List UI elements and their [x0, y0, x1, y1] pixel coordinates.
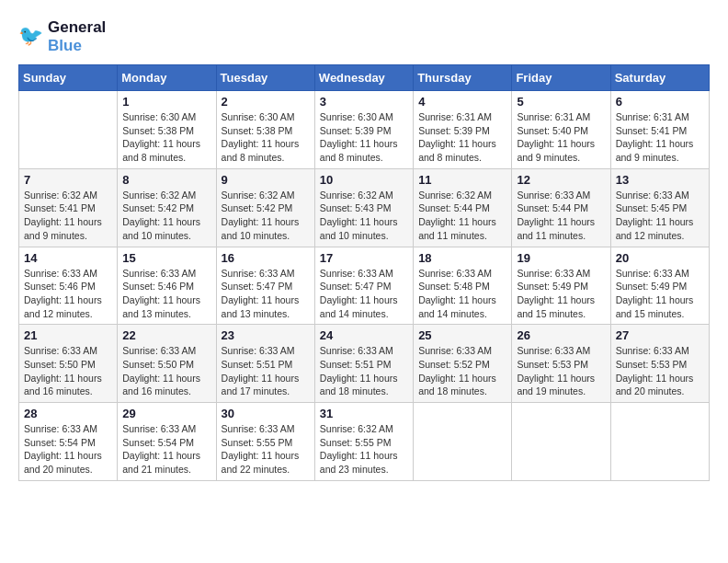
calendar-day-cell: 29 Sunrise: 6:33 AM Sunset: 5:54 PM Dayl… [118, 403, 216, 481]
day-info: Sunrise: 6:33 AM Sunset: 5:46 PM Dayligh… [122, 267, 210, 321]
day-number: 25 [418, 328, 506, 342]
weekday-header: Wednesday [314, 65, 413, 91]
day-info: Sunrise: 6:32 AM Sunset: 5:55 PM Dayligh… [320, 422, 408, 477]
sunrise-text: Sunrise: 6:33 AM [222, 344, 310, 358]
sunrise-text: Sunrise: 6:32 AM [418, 189, 506, 202]
sunset-text: Sunset: 5:54 PM [122, 436, 210, 450]
day-number: 18 [418, 251, 506, 265]
weekday-header: Sunday [19, 65, 118, 91]
sunset-text: Sunset: 5:53 PM [517, 358, 605, 372]
sunset-text: Sunset: 5:40 PM [517, 124, 605, 138]
sunrise-text: Sunrise: 6:30 AM [320, 110, 408, 124]
calendar-week-row: 1 Sunrise: 6:30 AM Sunset: 5:38 PM Dayli… [19, 91, 710, 169]
day-number: 23 [222, 328, 310, 342]
calendar-day-cell: 27 Sunrise: 6:33 AM Sunset: 5:53 PM Dayl… [610, 325, 709, 403]
weekday-header: Friday [512, 65, 610, 91]
day-number: 20 [616, 251, 704, 265]
day-info: Sunrise: 6:32 AM Sunset: 5:42 PM Dayligh… [122, 189, 210, 243]
day-info: Sunrise: 6:33 AM Sunset: 5:51 PM Dayligh… [222, 344, 310, 398]
day-info: Sunrise: 6:31 AM Sunset: 5:39 PM Dayligh… [418, 110, 506, 165]
weekday-header: Thursday [414, 65, 512, 91]
calendar-day-cell: 26 Sunrise: 6:33 AM Sunset: 5:53 PM Dayl… [512, 325, 610, 403]
sunrise-text: Sunrise: 6:31 AM [616, 110, 704, 124]
weekday-header: Monday [118, 65, 216, 91]
day-number: 6 [616, 95, 704, 109]
calendar-day-cell: 11 Sunrise: 6:32 AM Sunset: 5:44 PM Dayl… [414, 168, 512, 247]
sunrise-text: Sunrise: 6:32 AM [24, 189, 112, 202]
daylight-text: Daylight: 11 hours and 9 minutes. [24, 215, 112, 242]
sunrise-text: Sunrise: 6:33 AM [122, 344, 210, 358]
calendar-table: SundayMondayTuesdayWednesdayThursdayFrid… [18, 64, 710, 481]
day-info: Sunrise: 6:33 AM Sunset: 5:53 PM Dayligh… [616, 344, 704, 398]
daylight-text: Daylight: 11 hours and 14 minutes. [418, 293, 506, 320]
day-info: Sunrise: 6:30 AM Sunset: 5:38 PM Dayligh… [122, 110, 210, 165]
calendar-week-row: 7 Sunrise: 6:32 AM Sunset: 5:41 PM Dayli… [19, 168, 710, 247]
calendar-week-row: 21 Sunrise: 6:33 AM Sunset: 5:50 PM Dayl… [19, 325, 710, 403]
calendar-day-cell: 17 Sunrise: 6:33 AM Sunset: 5:47 PM Dayl… [314, 247, 413, 325]
day-info: Sunrise: 6:33 AM Sunset: 5:54 PM Dayligh… [24, 422, 112, 477]
calendar-day-cell: 20 Sunrise: 6:33 AM Sunset: 5:49 PM Dayl… [610, 247, 709, 325]
day-info: Sunrise: 6:33 AM Sunset: 5:50 PM Dayligh… [24, 344, 112, 398]
calendar-day-cell: 5 Sunrise: 6:31 AM Sunset: 5:40 PM Dayli… [512, 91, 610, 169]
sunrise-text: Sunrise: 6:33 AM [222, 422, 310, 436]
sunset-text: Sunset: 5:46 PM [24, 280, 112, 293]
day-number: 1 [122, 95, 210, 109]
sunrise-text: Sunrise: 6:33 AM [616, 267, 704, 281]
daylight-text: Daylight: 11 hours and 18 minutes. [418, 372, 506, 398]
calendar-day-cell: 14 Sunrise: 6:33 AM Sunset: 5:46 PM Dayl… [19, 247, 118, 325]
day-number: 19 [517, 251, 605, 265]
sunrise-text: Sunrise: 6:33 AM [24, 344, 112, 358]
day-number: 21 [24, 328, 112, 342]
sunrise-text: Sunrise: 6:33 AM [418, 344, 506, 358]
day-info: Sunrise: 6:32 AM Sunset: 5:41 PM Dayligh… [24, 189, 112, 243]
day-info: Sunrise: 6:33 AM Sunset: 5:49 PM Dayligh… [616, 267, 704, 321]
sunrise-text: Sunrise: 6:33 AM [616, 344, 704, 358]
sunrise-text: Sunrise: 6:32 AM [122, 189, 210, 202]
sunset-text: Sunset: 5:46 PM [122, 280, 210, 293]
daylight-text: Daylight: 11 hours and 19 minutes. [517, 372, 605, 398]
daylight-text: Daylight: 11 hours and 14 minutes. [320, 293, 408, 320]
day-info: Sunrise: 6:33 AM Sunset: 5:45 PM Dayligh… [616, 189, 704, 243]
sunset-text: Sunset: 5:41 PM [24, 201, 112, 215]
daylight-text: Daylight: 11 hours and 23 minutes. [320, 449, 408, 476]
daylight-text: Daylight: 11 hours and 16 minutes. [24, 372, 112, 398]
daylight-text: Daylight: 11 hours and 10 minutes. [122, 215, 210, 242]
day-info: Sunrise: 6:33 AM Sunset: 5:52 PM Dayligh… [418, 344, 506, 398]
daylight-text: Daylight: 11 hours and 15 minutes. [616, 293, 704, 320]
calendar-day-cell: 24 Sunrise: 6:33 AM Sunset: 5:51 PM Dayl… [314, 325, 413, 403]
daylight-text: Daylight: 11 hours and 9 minutes. [517, 137, 605, 164]
daylight-text: Daylight: 11 hours and 11 minutes. [517, 215, 605, 242]
day-info: Sunrise: 6:33 AM Sunset: 5:54 PM Dayligh… [122, 422, 210, 477]
day-number: 5 [517, 95, 605, 109]
daylight-text: Daylight: 11 hours and 12 minutes. [24, 293, 112, 320]
calendar-day-cell: 3 Sunrise: 6:30 AM Sunset: 5:39 PM Dayli… [314, 91, 413, 169]
day-info: Sunrise: 6:31 AM Sunset: 5:41 PM Dayligh… [616, 110, 704, 165]
day-number: 11 [418, 173, 506, 187]
sunset-text: Sunset: 5:53 PM [616, 358, 704, 372]
day-info: Sunrise: 6:33 AM Sunset: 5:47 PM Dayligh… [222, 267, 310, 321]
day-info: Sunrise: 6:33 AM Sunset: 5:53 PM Dayligh… [517, 344, 605, 398]
calendar-day-cell: 30 Sunrise: 6:33 AM Sunset: 5:55 PM Dayl… [216, 403, 314, 481]
day-number: 13 [616, 173, 704, 187]
header: 🐦 General Blue [18, 18, 710, 55]
sunset-text: Sunset: 5:47 PM [320, 280, 408, 293]
day-info: Sunrise: 6:33 AM Sunset: 5:49 PM Dayligh… [517, 267, 605, 321]
calendar-day-cell: 16 Sunrise: 6:33 AM Sunset: 5:47 PM Dayl… [216, 247, 314, 325]
daylight-text: Daylight: 11 hours and 15 minutes. [517, 293, 605, 320]
daylight-text: Daylight: 11 hours and 10 minutes. [222, 215, 310, 242]
sunset-text: Sunset: 5:42 PM [122, 201, 210, 215]
sunrise-text: Sunrise: 6:33 AM [122, 267, 210, 281]
sunset-text: Sunset: 5:52 PM [418, 358, 506, 372]
day-number: 31 [320, 407, 408, 420]
sunrise-text: Sunrise: 6:33 AM [418, 267, 506, 281]
day-number: 4 [418, 95, 506, 109]
calendar-day-cell: 23 Sunrise: 6:33 AM Sunset: 5:51 PM Dayl… [216, 325, 314, 403]
day-number: 15 [122, 251, 210, 265]
day-number: 7 [24, 173, 112, 187]
calendar-day-cell [414, 403, 512, 481]
sunrise-text: Sunrise: 6:33 AM [320, 344, 408, 358]
day-number: 22 [122, 328, 210, 342]
sunrise-text: Sunrise: 6:33 AM [616, 189, 704, 202]
daylight-text: Daylight: 11 hours and 21 minutes. [122, 449, 210, 476]
sunrise-text: Sunrise: 6:33 AM [24, 267, 112, 281]
